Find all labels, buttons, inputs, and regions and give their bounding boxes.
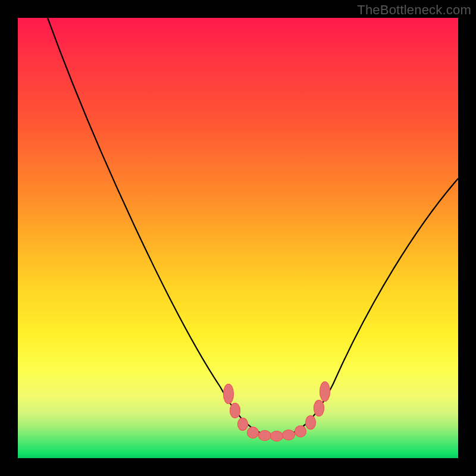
- optimal-dot: [258, 430, 271, 441]
- optimal-dot: [223, 384, 234, 404]
- bottleneck-curve: [18, 18, 458, 458]
- optimal-dot: [305, 415, 316, 430]
- curve-left-arm: [48, 18, 277, 437]
- chart-frame: TheBottleneck.com: [0, 0, 476, 476]
- optimal-dot: [270, 431, 283, 441]
- watermark-label: TheBottleneck.com: [357, 2, 471, 18]
- optimal-dot: [247, 427, 259, 439]
- optimal-dot: [320, 381, 330, 402]
- optimal-dot: [230, 403, 240, 418]
- optimal-dot: [314, 400, 324, 416]
- optimal-dot: [295, 425, 306, 437]
- optimal-dot: [282, 430, 295, 440]
- optimal-dot: [237, 418, 248, 431]
- curve-right-arm: [277, 178, 458, 437]
